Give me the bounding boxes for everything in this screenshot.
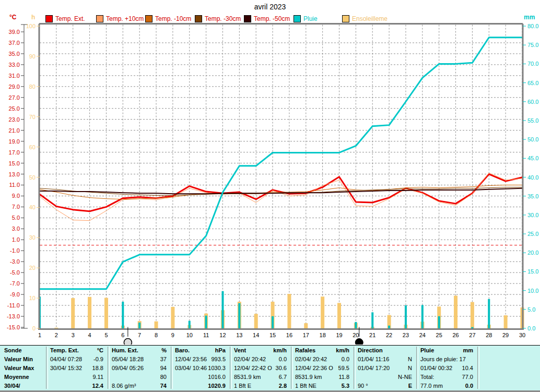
- day-tick-label: 27: [469, 332, 475, 338]
- hours-tick-label: 50: [29, 174, 36, 181]
- new-moon-icon: [355, 339, 363, 345]
- temp-tick-label: 27.0: [9, 94, 20, 101]
- mm-tick-label: 40.0: [527, 174, 538, 181]
- table-cell-value: 5.3: [295, 382, 349, 390]
- table-cell-value: 1030.3: [175, 364, 226, 372]
- day-tick-label: 3: [72, 332, 75, 338]
- mm-tick-label: 35.0: [527, 193, 538, 199]
- table-col-unit: hPa: [175, 347, 226, 354]
- mm-tick-label: 60.0: [527, 99, 538, 105]
- mm-tick-label: 30.0: [527, 212, 538, 218]
- monthly-stats-table: SondeValeur MinValeur MaxMoyenne30/04/Te…: [0, 345, 540, 391]
- table-col-name: Direction: [358, 347, 390, 354]
- sunshine-bar: [454, 295, 457, 329]
- temp-tick-label: 35.0: [9, 51, 20, 57]
- day-tick-label: 10: [186, 332, 193, 338]
- table-cell-value: 30.6: [234, 364, 287, 372]
- day-tick-label: 21: [369, 332, 375, 338]
- table-cell-value: 12.4: [50, 382, 103, 390]
- day-tick-label: 26: [452, 332, 459, 338]
- hours-tick-label: 90: [29, 53, 36, 60]
- mm-tick-label: 15.0: [527, 268, 538, 275]
- sunshine-bar: [304, 323, 308, 329]
- hours-tick-label: 80: [29, 84, 36, 90]
- mm-tick-label: 55.0: [527, 117, 538, 124]
- temp-tick-label: -13.0: [7, 313, 20, 319]
- temp-tick-label: -1.0: [10, 247, 20, 254]
- mm-tick-label: 25.0: [527, 231, 538, 237]
- mm-tick-label: 70.0: [527, 61, 538, 67]
- table-cell-value: 6.7: [234, 373, 287, 381]
- sunshine-bar: [171, 307, 174, 329]
- temp-tick-label: 29.0: [9, 84, 20, 90]
- table-cell-value: 11.8: [295, 373, 349, 381]
- mm-tick-label: 5.0: [527, 306, 535, 313]
- day-tick-label: 11: [203, 332, 209, 338]
- mm-tick-label: 80.0: [527, 23, 538, 29]
- table-cell-value: 0.0: [295, 355, 349, 363]
- hours-tick-label: 20: [29, 265, 36, 271]
- temp-tick-label: -7.0: [10, 280, 20, 287]
- temp-tick-label: 9.0: [12, 193, 20, 199]
- day-tick-label: 24: [419, 332, 426, 338]
- table-cell-value: 10.4: [420, 364, 473, 372]
- day-tick-label: 1: [38, 332, 41, 338]
- temp-tick-label: 11.0: [9, 182, 20, 188]
- table-col-unit: °C: [50, 347, 103, 354]
- table-column-separator: [108, 347, 110, 389]
- sunshine-bar: [504, 315, 508, 329]
- table-row-header: Valeur Max: [4, 364, 43, 372]
- table-cell-value: N: [358, 355, 412, 363]
- day-tick-label: 29: [502, 332, 509, 338]
- sunshine-bar: [71, 298, 75, 329]
- temp-tick-label: 1.0: [12, 236, 20, 243]
- sunshine-bar: [471, 302, 474, 329]
- rain-bar: [221, 291, 224, 329]
- rain-bar: [238, 303, 240, 329]
- temp-tick-label: 7.0: [12, 204, 20, 210]
- table-column-separator: [46, 347, 48, 389]
- rain-bar: [355, 322, 357, 329]
- rain-bar: [122, 302, 124, 329]
- temp-tick-label: 5.0: [12, 215, 20, 221]
- table-column-separator: [291, 347, 293, 389]
- rain-bar: [421, 305, 424, 329]
- temp-tick-label: 21.0: [9, 127, 20, 134]
- table-col-unit: km/h: [234, 347, 287, 354]
- table-row-header: 30/04/: [4, 382, 43, 390]
- temp-tick-label: 19.0: [9, 138, 20, 145]
- sunshine-bar: [254, 314, 258, 329]
- temp-tick-label: -9.0: [10, 291, 20, 298]
- table-column-separator: [230, 347, 232, 389]
- rain-bar: [371, 312, 373, 329]
- day-tick-label: 20: [353, 332, 359, 338]
- day-tick-label: 6: [121, 332, 124, 338]
- day-tick-label: 15: [269, 332, 276, 338]
- day-tick-label: 7: [138, 332, 141, 338]
- day-tick-label: 30: [519, 332, 525, 338]
- table-col-unit: km/h: [295, 347, 349, 354]
- table-cell-value: 80: [112, 373, 167, 381]
- rain-bar: [405, 305, 407, 329]
- hours-tick-label: 100: [26, 23, 36, 29]
- table-cell-value: -0.9: [50, 355, 103, 363]
- table-cell-left: Jours de pluie: 17: [420, 355, 459, 363]
- day-tick-label: 19: [336, 332, 342, 338]
- mm-tick-label: 50.0: [527, 136, 538, 142]
- mm-tick-label: 20.0: [527, 250, 538, 256]
- temp-tick-label: 37.0: [9, 40, 20, 46]
- table-cell-value: 74: [112, 382, 167, 390]
- hours-tick-label: 60: [29, 144, 36, 150]
- temp-tick-label: 23.0: [9, 116, 20, 123]
- table-col-unit: %: [112, 347, 167, 354]
- table-cell-value: 1016.0: [175, 373, 226, 381]
- temp-tick-label: -3.0: [10, 258, 20, 265]
- sunshine-bar: [88, 297, 91, 329]
- day-tick-label: 4: [88, 332, 91, 338]
- table-cell-value: 77.0: [420, 373, 473, 381]
- day-tick-label: 28: [486, 332, 492, 338]
- day-tick-label: 23: [403, 332, 409, 338]
- day-tick-label: 2: [55, 332, 58, 338]
- hours-tick-label: 30: [29, 234, 36, 241]
- rain-bar: [189, 321, 191, 329]
